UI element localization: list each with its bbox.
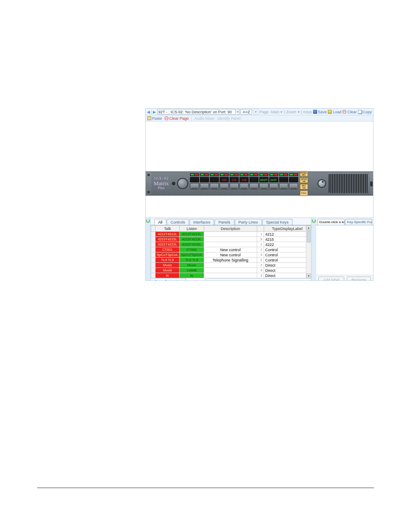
function-button[interactable]: CALL bbox=[300, 190, 308, 196]
description-cell[interactable]: New control bbox=[204, 247, 257, 252]
paste-button[interactable]: Paste bbox=[147, 116, 162, 121]
inspector-tab-doubleclick[interactable]: Double-click a key... bbox=[317, 219, 345, 225]
table-row[interactable]: 4212T4212L4212T4212L14212 bbox=[151, 232, 311, 237]
save-button[interactable]: Save bbox=[313, 110, 327, 114]
listen-cell[interactable]: CAMB bbox=[180, 268, 204, 273]
description-cell[interactable] bbox=[204, 268, 257, 273]
inspector-tab-functions[interactable]: Key-Specific Functions bbox=[345, 219, 373, 225]
lever-key[interactable] bbox=[269, 183, 278, 190]
volume-knob[interactable] bbox=[177, 178, 188, 189]
lever-key[interactable] bbox=[249, 183, 258, 190]
table-row[interactable]: MusicMusic2Direct bbox=[151, 263, 311, 268]
load-button[interactable]: Load bbox=[328, 110, 341, 114]
clear-page-button[interactable]: Clear Page bbox=[165, 116, 189, 121]
talk-cell[interactable]: SpCoTSpCoL bbox=[156, 252, 180, 258]
scroll-up-icon[interactable]: ▲ bbox=[306, 225, 311, 230]
function-button[interactable]: SPKR ON bbox=[300, 177, 308, 183]
column-header[interactable] bbox=[257, 226, 264, 232]
lever-key[interactable] bbox=[279, 183, 288, 190]
refresh-icon[interactable] bbox=[146, 219, 150, 223]
type-cell[interactable]: Control bbox=[264, 252, 311, 258]
all-configurations-link[interactable]: All Configurations bbox=[153, 280, 183, 281]
talk-cell[interactable]: 4222T4222L bbox=[156, 242, 180, 247]
talk-cell[interactable]: Music bbox=[156, 263, 180, 268]
type-cell[interactable]: Direct bbox=[264, 268, 311, 273]
description-cell[interactable] bbox=[204, 232, 257, 237]
column-header[interactable]: Description bbox=[204, 226, 257, 232]
config-tab-matrix1[interactable]: Matrix 1 bbox=[186, 278, 206, 281]
lever-key[interactable] bbox=[259, 183, 268, 190]
function-button[interactable]: MIC ON bbox=[300, 184, 308, 190]
lever-key[interactable] bbox=[200, 183, 209, 190]
nav-back-icon[interactable]: ◀ bbox=[147, 109, 150, 115]
left-collapse-handle[interactable] bbox=[146, 218, 150, 281]
listen-cell[interactable]: Music bbox=[180, 263, 204, 268]
add-label-button[interactable]: Add label bbox=[318, 277, 344, 281]
category-tab[interactable]: All bbox=[154, 219, 166, 225]
lever-key[interactable] bbox=[289, 183, 298, 190]
table-row[interactable]: MusikCAMB4Direct bbox=[151, 268, 311, 273]
keys-label[interactable]: Keys bbox=[303, 110, 312, 114]
scroll-thumb[interactable] bbox=[307, 230, 311, 243]
type-cell[interactable]: Control bbox=[264, 258, 311, 263]
listen-cell[interactable]: 4222T4222L bbox=[180, 242, 204, 247]
type-cell[interactable]: 4212 bbox=[264, 232, 311, 237]
copy-button[interactable]: Copy bbox=[358, 110, 372, 114]
category-tab[interactable]: Special Keys bbox=[262, 219, 293, 225]
identify-panel-button[interactable]: Identify Panel bbox=[218, 116, 241, 121]
listen-cell[interactable]: 4215T4215L bbox=[180, 237, 204, 242]
jog-wheel[interactable] bbox=[317, 172, 327, 195]
column-header[interactable]: Talk bbox=[156, 226, 180, 232]
lever-key[interactable] bbox=[190, 183, 199, 190]
column-header[interactable]: Listen bbox=[180, 226, 204, 232]
table-row[interactable]: CT001CT001New control1Control bbox=[151, 247, 311, 252]
listen-cell[interactable]: SpCoTSpCoL bbox=[180, 252, 204, 258]
function-button[interactable]: PANEL MIC bbox=[300, 171, 308, 177]
talk-cell[interactable]: Musik bbox=[156, 268, 180, 273]
lever-key[interactable] bbox=[220, 183, 229, 190]
talk-cell[interactable]: CT001 bbox=[156, 247, 180, 252]
table-row[interactable]: tete3Direct bbox=[151, 273, 311, 278]
sort-button[interactable]: A>Z bbox=[240, 109, 252, 115]
listen-cell[interactable]: te bbox=[180, 273, 204, 278]
chevron-down-icon[interactable]: ▾ bbox=[280, 110, 283, 114]
talk-cell[interactable]: te bbox=[156, 273, 180, 278]
nav-fwd-icon[interactable]: ▶ bbox=[153, 109, 156, 115]
description-cell[interactable] bbox=[204, 242, 257, 247]
audio-mixer-button[interactable]: Audio Mixer bbox=[194, 116, 215, 121]
table-row[interactable]: 4215T4215L4215T4215L94215 bbox=[151, 237, 311, 242]
description-cell[interactable] bbox=[204, 273, 257, 278]
lever-key[interactable] bbox=[240, 183, 249, 190]
refresh-icon[interactable] bbox=[312, 219, 316, 223]
category-tab[interactable]: Interfaces bbox=[190, 219, 215, 225]
category-tab[interactable]: Controls bbox=[167, 219, 189, 225]
listen-cell[interactable]: TL9 TL9 bbox=[180, 258, 204, 263]
chevron-down-icon[interactable]: ▾ bbox=[298, 110, 300, 114]
type-cell[interactable]: 4215 bbox=[264, 237, 311, 242]
scroll-down-icon[interactable]: ▼ bbox=[306, 274, 311, 278]
right-collapse-handle[interactable] bbox=[311, 218, 316, 281]
description-cell[interactable]: New control bbox=[204, 252, 257, 258]
table-row[interactable]: TL9 TL9TL9 TL9Telephone Signalling2Contr… bbox=[151, 258, 311, 263]
clear-button[interactable]: Clear bbox=[342, 110, 357, 114]
zoom-label[interactable]: Zoom bbox=[286, 110, 296, 114]
vertical-scrollbar[interactable]: ▲ ▼ bbox=[306, 225, 311, 278]
lever-key[interactable] bbox=[230, 183, 239, 190]
talk-cell[interactable]: 4212T4212L bbox=[156, 232, 180, 237]
address-dropdown-icon[interactable]: ▾ bbox=[237, 109, 240, 115]
type-cell[interactable]: 4222 bbox=[264, 242, 311, 247]
category-tab[interactable]: Party Lines bbox=[235, 219, 262, 225]
column-header[interactable]: TypeDisplayLabel bbox=[264, 226, 311, 232]
talk-cell[interactable]: TL9 TL9 bbox=[156, 258, 180, 263]
listen-cell[interactable]: CT001 bbox=[180, 247, 204, 252]
address-input[interactable] bbox=[157, 109, 236, 115]
rename-button[interactable]: Rename bbox=[347, 277, 371, 281]
type-cell[interactable]: Direct bbox=[264, 263, 311, 268]
description-cell[interactable] bbox=[204, 263, 257, 268]
page-value[interactable]: Main bbox=[271, 110, 280, 114]
type-cell[interactable]: Control bbox=[264, 247, 311, 252]
table-row[interactable]: SpCoTSpCoLSpCoTSpCoLNew control3Control bbox=[151, 252, 311, 258]
category-tab[interactable]: Panels bbox=[215, 219, 234, 225]
description-cell[interactable]: Telephone Signalling bbox=[204, 258, 257, 263]
dropdown-icon[interactable]: ▾ bbox=[254, 109, 258, 115]
